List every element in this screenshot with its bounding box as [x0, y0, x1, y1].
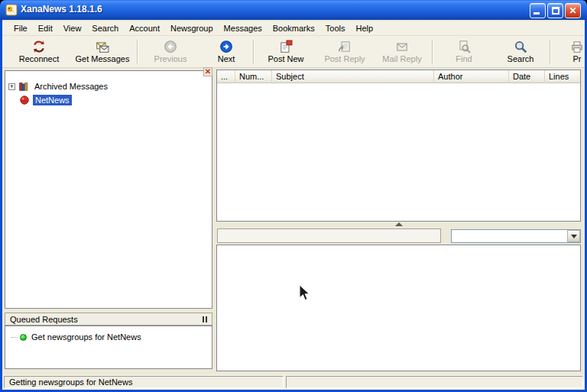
queued-requests-list: Get newsgroups for NetNews [5, 326, 212, 369]
archived-messages-icon [18, 81, 29, 92]
tree-expander-icon[interactable]: + [8, 83, 15, 90]
menu-account[interactable]: Account [124, 21, 165, 36]
menubar: File Edit View Search Account Newsgroup … [2, 21, 585, 36]
reconnect-icon [32, 40, 46, 53]
column-header-number[interactable]: Num... [235, 70, 272, 83]
toolbar-button-label: Get Messages [76, 54, 130, 63]
column-header-author[interactable]: Author [434, 70, 509, 83]
status-text: Getting newsgroups for NetNews [4, 376, 284, 388]
next-button[interactable]: Next [201, 37, 251, 67]
panel-close-button[interactable]: ✕ [203, 67, 212, 76]
post-reply-icon [338, 40, 352, 53]
app-icon [5, 4, 18, 16]
toolbar-button-label: Next [218, 54, 235, 63]
app-window: XanaNews 1.18.1.6 ✕ File Edit View Searc… [0, 0, 587, 392]
message-list-header: ... Num... Subject Author Date Lines [217, 70, 580, 83]
toolbar-button-label: Post New [268, 54, 303, 63]
post-new-icon [279, 40, 293, 53]
status-panel-secondary [286, 376, 583, 388]
toolbar-separator [550, 40, 551, 64]
window-title: XanaNews 1.18.1.6 [21, 4, 102, 15]
close-button[interactable]: ✕ [565, 3, 581, 18]
toolbar-button-label: Mail Reply [382, 54, 421, 63]
column-header-lines[interactable]: Lines [545, 70, 580, 83]
status-led-icon [20, 334, 27, 341]
find-icon [457, 40, 471, 53]
statusbar: Getting newsgroups for NetNews [2, 374, 585, 390]
print-button[interactable]: Pr [553, 37, 585, 67]
toolbar: Reconnect Get Messages Previous [2, 36, 585, 68]
message-list-panel: ... Num... Subject Author Date Lines [216, 70, 581, 222]
get-messages-button[interactable]: Get Messages [70, 37, 135, 67]
newsgroup-combobox[interactable] [451, 229, 581, 243]
menu-file[interactable]: File [8, 21, 33, 36]
tree-item-label: NetNews [33, 95, 72, 105]
menu-tools[interactable]: Tools [320, 21, 351, 36]
message-header-strip [217, 228, 441, 243]
toolbar-button-label: Search [508, 54, 534, 63]
tree-item-label: Archived Messages [32, 81, 110, 92]
close-icon: ✕ [566, 4, 580, 18]
pause-icon [206, 316, 207, 322]
toolbar-button-label: Previous [154, 54, 187, 63]
message-view-panel [216, 245, 581, 371]
queued-request-item[interactable]: Get newsgroups for NetNews [11, 332, 141, 342]
combo-dropdown-button[interactable] [567, 230, 580, 242]
maximize-button[interactable] [547, 3, 563, 18]
menu-help[interactable]: Help [350, 21, 378, 36]
column-header-subject[interactable]: Subject [272, 70, 434, 83]
column-header-flags[interactable]: ... [217, 70, 235, 83]
pause-icon [203, 316, 204, 322]
queued-requests-title: Queued Requests [10, 315, 78, 324]
previous-button: Previous [140, 37, 201, 67]
column-header-date[interactable]: Date [509, 70, 545, 83]
menu-newsgroup[interactable]: Newsgroup [165, 21, 219, 36]
tree-item-archived-messages[interactable]: + Archived Messages [8, 80, 110, 92]
chevron-down-icon [571, 235, 577, 238]
toolbar-separator [432, 40, 433, 64]
toolbar-separator [253, 40, 255, 64]
next-icon [219, 40, 233, 53]
search-button[interactable]: Search [493, 37, 548, 67]
netnews-icon [19, 95, 30, 105]
tree-branch-line [11, 337, 18, 338]
pause-button[interactable] [203, 316, 207, 322]
toolbar-button-label: Reconnect [19, 54, 60, 63]
reconnect-button[interactable]: Reconnect [8, 37, 70, 67]
menu-edit[interactable]: Edit [33, 21, 58, 36]
post-new-button[interactable]: Post New [256, 37, 316, 67]
menu-bookmarks[interactable]: Bookmarks [268, 21, 320, 36]
menu-search[interactable]: Search [86, 21, 124, 36]
splitter-collapse-arrow[interactable] [395, 222, 403, 226]
queued-request-label: Get newsgroups for NetNews [31, 332, 141, 342]
queued-requests-header: Queued Requests [5, 313, 212, 326]
newsgroup-tree-panel[interactable]: + Archived Messages NetNews [5, 70, 212, 309]
mail-reply-icon [395, 40, 409, 53]
minimize-button[interactable] [530, 3, 546, 18]
tree-item-netnews[interactable]: NetNews [19, 94, 72, 106]
combobox-value [452, 230, 567, 242]
get-messages-icon [96, 40, 109, 53]
print-icon [570, 40, 584, 53]
maximize-icon [552, 7, 559, 15]
toolbar-button-label: Find [456, 54, 472, 63]
minimize-icon [533, 12, 540, 15]
titlebar[interactable]: XanaNews 1.18.1.6 ✕ [0, 0, 587, 20]
post-reply-button: Post Reply [316, 37, 374, 67]
search-icon [514, 40, 527, 53]
window-controls: ✕ [530, 3, 581, 18]
toolbar-separator [137, 40, 138, 64]
previous-icon [164, 40, 177, 53]
client-area: File Edit View Search Account Newsgroup … [2, 20, 585, 390]
mail-reply-button: Mail Reply [374, 37, 430, 67]
find-button: Find [435, 37, 493, 67]
menu-view[interactable]: View [58, 21, 87, 36]
menu-messages[interactable]: Messages [219, 21, 268, 36]
toolbar-button-label: Pr [573, 54, 582, 63]
toolbar-button-label: Post Reply [324, 54, 365, 63]
